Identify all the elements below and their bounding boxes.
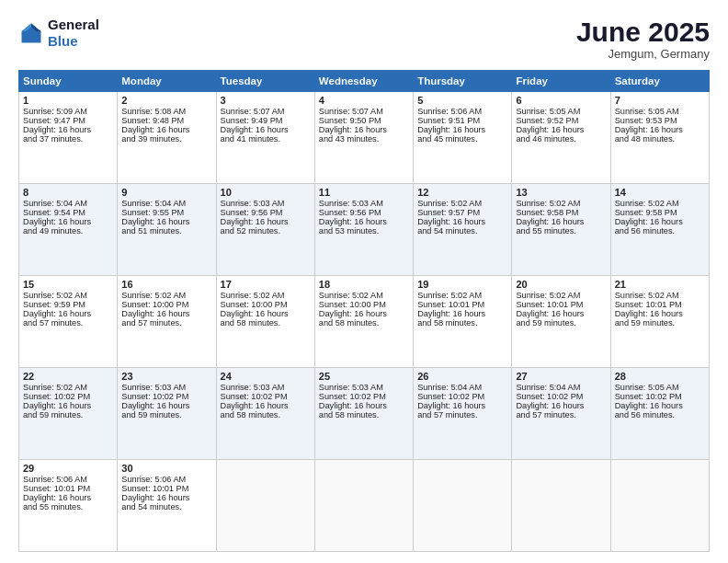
day-info-line: Daylight: 16 hours [23,493,113,502]
day-number: 27 [516,371,606,382]
calendar-row: 15Sunrise: 5:02 AMSunset: 9:59 PMDayligh… [19,276,710,368]
col-monday: Monday [118,71,216,92]
table-row: 21Sunrise: 5:02 AMSunset: 10:01 PMDaylig… [610,276,709,368]
day-info-line: and 58 minutes. [319,318,409,327]
day-info-line: Sunset: 9:53 PM [615,116,705,125]
day-info-line: Daylight: 16 hours [221,217,311,226]
calendar-table: Sunday Monday Tuesday Wednesday Thursday… [18,70,710,552]
day-number: 29 [23,463,113,474]
day-info-line: Sunset: 10:02 PM [319,392,409,401]
day-number: 24 [221,371,311,382]
calendar-row: 8Sunrise: 5:04 AMSunset: 9:54 PMDaylight… [19,184,710,276]
day-number: 23 [121,371,211,382]
day-info-line: Sunrise: 5:02 AM [615,199,705,208]
table-row: 26Sunrise: 5:04 AMSunset: 10:02 PMDaylig… [414,368,512,460]
table-row: 22Sunrise: 5:02 AMSunset: 10:02 PMDaylig… [19,368,118,460]
day-info-line: Sunset: 10:01 PM [417,300,507,309]
day-number: 25 [319,371,409,382]
day-number: 16 [121,279,211,290]
day-number: 11 [319,187,409,198]
header-row: Sunday Monday Tuesday Wednesday Thursday… [19,71,710,92]
day-number: 5 [417,95,507,106]
day-info-line: Daylight: 16 hours [319,401,409,410]
table-row: 7Sunrise: 5:05 AMSunset: 9:53 PMDaylight… [610,92,709,184]
day-info-line: Daylight: 16 hours [121,217,211,226]
table-row: 20Sunrise: 5:02 AMSunset: 10:01 PMDaylig… [512,276,610,368]
day-info-line: Sunset: 9:54 PM [23,208,113,217]
day-info-line: Daylight: 16 hours [615,217,705,226]
table-row: 10Sunrise: 5:03 AMSunset: 9:56 PMDayligh… [216,184,314,276]
table-row: 13Sunrise: 5:02 AMSunset: 9:58 PMDayligh… [512,184,610,276]
day-info-line: Daylight: 16 hours [121,125,211,134]
day-number: 2 [121,95,211,106]
day-info-line: and 59 minutes. [516,318,606,327]
day-number: 1 [23,95,113,106]
day-info-line: and 57 minutes. [121,318,211,327]
day-info-line: Sunrise: 5:02 AM [615,291,705,300]
day-info-line: Sunrise: 5:02 AM [23,291,113,300]
day-info-line: Sunrise: 5:02 AM [417,199,507,208]
day-info-line: Daylight: 16 hours [516,125,606,134]
day-info-line: and 37 minutes. [23,134,113,144]
day-info-line: Sunrise: 5:04 AM [23,199,113,208]
day-info-line: Sunrise: 5:06 AM [121,475,211,484]
col-tuesday: Tuesday [216,71,314,92]
day-info-line: and 53 minutes. [319,226,409,236]
day-info-line: and 56 minutes. [615,226,705,236]
day-info-line: Sunrise: 5:05 AM [516,107,606,116]
day-info-line: Daylight: 16 hours [319,217,409,226]
day-info-line: and 45 minutes. [417,134,507,144]
day-info-line: and 57 minutes. [516,410,606,419]
day-number: 19 [417,279,507,290]
day-info-line: Daylight: 16 hours [23,125,113,134]
day-info-line: Sunset: 10:02 PM [23,392,113,401]
day-info-line: Sunset: 9:48 PM [121,116,211,125]
day-info-line: and 43 minutes. [319,134,409,144]
day-number: 15 [23,279,113,290]
day-info-line: Daylight: 16 hours [23,309,113,318]
table-row: 12Sunrise: 5:02 AMSunset: 9:57 PMDayligh… [414,184,512,276]
day-info-line: Daylight: 16 hours [319,309,409,318]
day-info-line: Sunset: 9:51 PM [417,116,507,125]
table-row: 2Sunrise: 5:08 AMSunset: 9:48 PMDaylight… [118,92,216,184]
table-row [512,460,610,552]
day-info-line: Sunrise: 5:09 AM [23,107,113,116]
day-info-line: Daylight: 16 hours [221,309,311,318]
day-info-line: Sunrise: 5:02 AM [516,199,606,208]
table-row: 18Sunrise: 5:02 AMSunset: 10:00 PMDaylig… [314,276,413,368]
day-info-line: Sunrise: 5:04 AM [417,383,507,392]
day-number: 28 [615,371,705,382]
day-info-line: Sunset: 10:00 PM [319,300,409,309]
day-info-line: and 57 minutes. [23,318,113,327]
day-info-line: Daylight: 16 hours [221,125,311,134]
calendar-title: June 2025 [576,17,710,47]
day-info-line: Sunrise: 5:03 AM [319,383,409,392]
day-number: 14 [615,187,705,198]
day-info-line: Daylight: 16 hours [23,401,113,410]
calendar-row: 1Sunrise: 5:09 AMSunset: 9:47 PMDaylight… [19,92,710,184]
logo: General Blue [18,17,99,50]
day-number: 30 [121,463,211,474]
day-number: 17 [221,279,311,290]
day-info-line: Sunrise: 5:04 AM [121,199,211,208]
day-number: 12 [417,187,507,198]
table-row: 17Sunrise: 5:02 AMSunset: 10:00 PMDaylig… [216,276,314,368]
day-info-line: Sunrise: 5:02 AM [221,291,311,300]
day-number: 21 [615,279,705,290]
table-row: 30Sunrise: 5:06 AMSunset: 10:01 PMDaylig… [118,460,216,552]
day-info-line: and 56 minutes. [615,410,705,419]
table-row: 16Sunrise: 5:02 AMSunset: 10:00 PMDaylig… [118,276,216,368]
table-row: 19Sunrise: 5:02 AMSunset: 10:01 PMDaylig… [414,276,512,368]
day-info-line: Daylight: 16 hours [516,401,606,410]
day-number: 13 [516,187,606,198]
day-info-line: and 54 minutes. [417,226,507,236]
day-info-line: Daylight: 16 hours [516,217,606,226]
table-row: 28Sunrise: 5:05 AMSunset: 10:02 PMDaylig… [610,368,709,460]
day-info-line: Daylight: 16 hours [417,217,507,226]
day-info-line: Sunset: 10:01 PM [121,484,211,493]
table-row: 27Sunrise: 5:04 AMSunset: 10:02 PMDaylig… [512,368,610,460]
day-info-line: Sunrise: 5:02 AM [417,291,507,300]
day-info-line: and 54 minutes. [121,502,211,511]
day-info-line: Sunrise: 5:04 AM [516,383,606,392]
day-number: 4 [319,95,409,106]
